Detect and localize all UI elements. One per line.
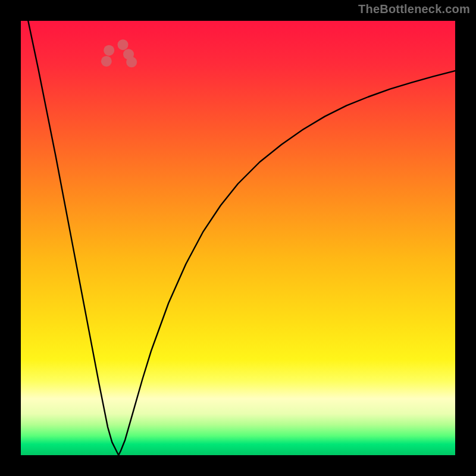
plot-area <box>21 21 455 455</box>
attribution-text: TheBottleneck.com <box>358 2 470 16</box>
sample-point <box>104 45 114 56</box>
sample-point <box>118 39 129 50</box>
sample-point <box>126 57 137 67</box>
sample-point <box>101 56 112 67</box>
bottleneck-curve <box>21 21 455 455</box>
sample-markers <box>101 39 137 67</box>
chart-frame: TheBottleneck.com <box>0 0 476 476</box>
